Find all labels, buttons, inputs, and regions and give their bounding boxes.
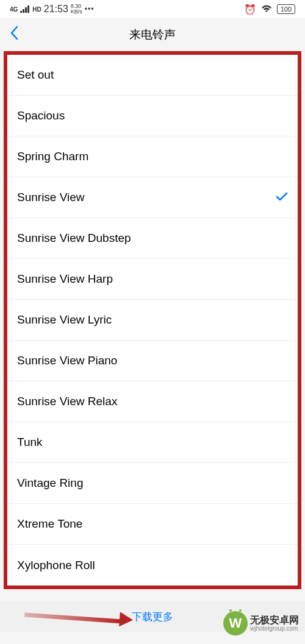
ringtone-label: Spring Charm: [17, 150, 88, 163]
ringtone-item[interactable]: Vintage Ring: [7, 463, 298, 504]
watermark-subtitle: wjhotelgroup.com: [250, 625, 299, 632]
network-label: 4G: [10, 6, 18, 13]
arrow-annotation: [24, 606, 128, 625]
ringtone-label: Xylophone Roll: [17, 559, 95, 572]
svg-rect-2: [25, 7, 27, 13]
signal-icon: [20, 5, 30, 13]
page-title: 来电铃声: [0, 27, 305, 43]
watermark: W 无极安卓网 wjhotelgroup.com: [223, 611, 299, 635]
more-icon: •••: [85, 5, 95, 13]
wifi-icon: [261, 5, 272, 13]
alarm-icon: ⏰: [244, 4, 256, 15]
chevron-left-icon: [10, 26, 18, 40]
svg-rect-0: [20, 11, 22, 13]
ringtone-label: Sunrise View: [17, 191, 85, 204]
ringtone-item[interactable]: Sunrise View Lyric: [7, 300, 298, 341]
ringtone-item[interactable]: Sunrise View Relax: [7, 381, 298, 422]
ringtone-label: Vintage Ring: [17, 476, 83, 490]
battery-indicator: 100: [277, 4, 295, 14]
download-more-link[interactable]: 下载更多: [132, 610, 173, 624]
ringtone-item[interactable]: Spring Charm: [7, 136, 298, 177]
watermark-logo: W: [223, 611, 248, 635]
ringtone-item[interactable]: Tunk: [7, 422, 298, 463]
ringtone-item[interactable]: Xylophone Roll: [7, 545, 298, 586]
speed-label: 8.30 KB/s: [71, 4, 82, 15]
ringtone-list: Set outSpaciousSpring CharmSunrise ViewS…: [4, 51, 301, 589]
ringtone-item[interactable]: Sunrise View: [7, 177, 298, 218]
ringtone-label: Sunrise View Lyric: [17, 313, 112, 327]
check-icon: [276, 189, 288, 205]
status-left: 4G HD 21:53 8.30 KB/s •••: [10, 4, 94, 15]
time-label: 21:53: [44, 4, 68, 15]
ringtone-label: Set out: [17, 68, 54, 82]
ringtone-label: Xtreme Tone: [17, 517, 82, 531]
ringtone-item[interactable]: Sunrise View Dubstep: [7, 218, 298, 259]
ringtone-label: Sunrise View Relax: [17, 395, 117, 408]
ringtone-item[interactable]: Sunrise View Harp: [7, 259, 298, 300]
status-right: ⏰ 100: [244, 4, 295, 15]
svg-rect-1: [23, 9, 24, 13]
hd-label: HD: [32, 6, 41, 13]
ringtone-label: Sunrise View Piano: [17, 354, 117, 367]
ringtone-item[interactable]: Xtreme Tone: [7, 504, 298, 545]
back-button[interactable]: [10, 25, 18, 44]
ringtone-item[interactable]: Set out: [7, 55, 298, 96]
ringtone-label: Sunrise View Dubstep: [17, 232, 131, 245]
status-bar: 4G HD 21:53 8.30 KB/s ••• ⏰ 100: [0, 0, 305, 18]
ringtone-label: Tunk: [17, 436, 43, 449]
ringtone-item[interactable]: Sunrise View Piano: [7, 341, 298, 381]
ringtone-item[interactable]: Spacious: [7, 96, 298, 136]
ringtone-label: Spacious: [17, 109, 65, 122]
watermark-title: 无极安卓网: [250, 615, 299, 626]
nav-bar: 来电铃声: [0, 18, 305, 51]
ringtone-label: Sunrise View Harp: [17, 272, 113, 286]
svg-rect-3: [27, 5, 29, 13]
